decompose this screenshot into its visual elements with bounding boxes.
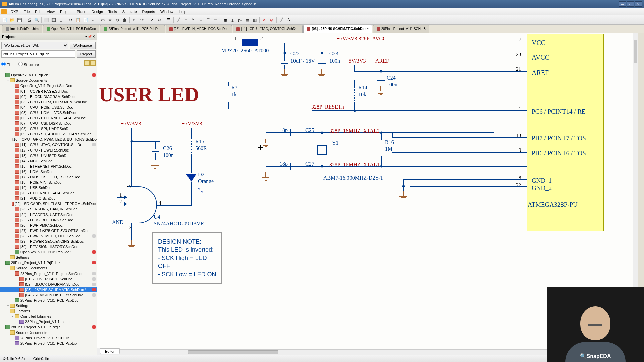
maximize-button[interactable]: ▭ xyxy=(627,1,634,7)
project-tree[interactable]: -OpenRex_V1I1.PrjPcb *-Source DocumentsO… xyxy=(0,72,97,347)
preview-icon[interactable]: 🔍 xyxy=(33,17,40,23)
tree-item[interactable]: [07] - CPU - CSI, DISP.SchDoc xyxy=(0,121,97,126)
menu-window[interactable]: Window xyxy=(158,9,176,14)
deselect-icon[interactable]: ⊘ xyxy=(114,17,121,23)
compile-icon[interactable]: ⚙ xyxy=(156,17,162,23)
print-icon[interactable]: 🖨 xyxy=(26,17,33,23)
menu-design[interactable]: Design xyxy=(89,9,106,14)
tree-item[interactable]: [12] - CPU - POWER.SchDoc xyxy=(0,147,97,153)
menu-tools[interactable]: Tools xyxy=(106,9,120,14)
tree-item[interactable]: 28Pins_Project_V1I1.SCHLIB xyxy=(0,335,97,341)
undo-icon[interactable]: ↶ xyxy=(131,17,138,23)
text-icon[interactable]: A xyxy=(285,17,292,23)
copy-icon[interactable]: 📋 xyxy=(75,17,82,23)
tree-item[interactable]: -Source Documents xyxy=(0,78,97,83)
tree-item[interactable]: 28Pins_Project_V1I1_PCB.PcbDoc xyxy=(0,298,97,303)
cut-icon[interactable]: ✂ xyxy=(67,17,74,23)
net-icon[interactable]: ᴺ xyxy=(190,17,197,23)
workspace-select[interactable]: Workspace1.DsnWrk xyxy=(1,42,68,49)
tree-item[interactable]: [13] - CPU - UNUSED.SchDoc xyxy=(0,153,97,158)
tree-item[interactable]: [30] - REVISION HISTORY.SchDoc xyxy=(0,244,97,249)
zoom-select-icon[interactable]: ◻ xyxy=(58,17,64,23)
tree-item[interactable]: -Compiled Libraries xyxy=(0,314,97,319)
wire-icon[interactable]: ╱ xyxy=(175,17,182,23)
tree-item[interactable]: [11] - CPU - JTAG, CONTROL.SchDoc xyxy=(0,142,97,147)
tree-item[interactable]: [03] - 28PINS SCHEMATIC.SchDoc * xyxy=(0,287,97,292)
tree-item[interactable]: [06] - CPU - ETHERNET, SATA.SchDoc xyxy=(0,115,97,121)
menu-reports[interactable]: Reports xyxy=(140,9,158,14)
tree-item[interactable]: [22] - SD CARD, SPI, FLASH, EEPROM..SchD… xyxy=(0,201,97,206)
tree-item[interactable]: [15] - ETHERNET PHY.SchDoc xyxy=(0,164,97,169)
menu-place[interactable]: Place xyxy=(74,9,89,14)
noerc-icon[interactable]: ✕ xyxy=(261,17,268,23)
tree-item[interactable]: [20] - ETHERNET, SATA.SchDoc xyxy=(0,190,97,196)
menu-file[interactable]: File xyxy=(21,9,33,14)
panel-pin-icon[interactable]: 📌 xyxy=(88,35,92,38)
doc-tab[interactable]: imxbb.PcbDoc.htm xyxy=(2,25,42,33)
clear-icon[interactable]: 🗑 xyxy=(121,17,128,23)
tree-item[interactable]: 28Pins_Project_V1I1 Project.SchDoc xyxy=(0,271,97,276)
tree-item[interactable]: [02] - BLOCK DIAGRAM.SchDoc xyxy=(0,282,97,287)
tree-item[interactable]: [01] - COVER PAGE.SchDoc xyxy=(0,276,97,282)
tree-item[interactable]: [24] - HEADERS, UART.SchDoc xyxy=(0,212,97,217)
zoom-fit-icon[interactable]: ⬜ xyxy=(43,17,50,23)
tree-item[interactable]: OpenRex_V1I1_PCB.PcbDoc * xyxy=(0,249,97,255)
minimize-button[interactable]: — xyxy=(619,1,626,7)
doc-tab[interactable]: 28Pins_Project_V1I1_PCB.PcbDoc xyxy=(100,25,165,33)
close-button[interactable]: ✕ xyxy=(635,1,642,7)
editor-tab[interactable]: Editor xyxy=(100,348,120,354)
menu-edit[interactable]: Edit xyxy=(32,9,44,14)
tree-item[interactable]: -Source Documents xyxy=(0,265,97,271)
paste-icon[interactable]: 📄 xyxy=(82,17,89,23)
tree-item[interactable]: [28] - PWR IN, MECH, DOC.SchDoc xyxy=(0,233,97,239)
tree-item[interactable]: [04] - REVISION HISTORY.SchDoc xyxy=(0,292,97,298)
project-button[interactable]: Project xyxy=(77,50,96,58)
menu-simulate[interactable]: Simulate xyxy=(120,9,140,14)
tree-item[interactable]: -28Pins_Project_V1I1.LibPkg * xyxy=(0,324,97,330)
doc-tab[interactable]: [03] - 28PINS SCHEMATIC.SchDoc * xyxy=(303,25,372,33)
harness-icon[interactable]: ▤ xyxy=(244,17,251,23)
tree-item[interactable]: [25] - LEDS, BUTTONS.SchDoc xyxy=(0,217,97,223)
line-icon[interactable]: ╱ xyxy=(278,17,285,23)
rubber-icon[interactable]: ▫ xyxy=(90,17,96,23)
tree-item[interactable]: -Source Documents xyxy=(0,330,97,335)
panel-dropdown-icon[interactable]: ▾ xyxy=(85,35,87,38)
doc-tab[interactable]: [28] - PWR IN, MECH, DOC.SchDoc xyxy=(166,25,232,33)
bus-icon[interactable]: ≡ xyxy=(182,17,189,23)
tree-item[interactable]: [27] - PWR 1V375 OPT, 3V3 OPT.SchDoc xyxy=(0,228,97,233)
tree-item[interactable]: [09] - CPU - SD, AUDIO, I2C, CAN.SchDoc xyxy=(0,131,97,137)
tree-item[interactable]: [14] - MCU.SchDoc xyxy=(0,158,97,164)
sheetentry-icon[interactable]: ◫ xyxy=(229,17,236,23)
project-input[interactable] xyxy=(1,50,75,58)
tree-item[interactable]: [21] - AUDIO.SchDoc xyxy=(0,196,97,201)
tree-item[interactable]: [04] - CPU - PCIE, USB.SchDoc xyxy=(0,105,97,110)
tree-item[interactable]: [01] - COVER PAGE.SchDoc xyxy=(0,88,97,94)
new-icon[interactable]: 📄 xyxy=(1,17,8,23)
open-icon[interactable]: 📂 xyxy=(9,17,15,23)
move-icon[interactable]: ✥ xyxy=(107,17,113,23)
hierarchy-icon[interactable]: ☰ xyxy=(165,17,172,23)
port-icon[interactable]: ▷ xyxy=(236,17,243,23)
tree-item[interactable]: [08] - CPU - SPI, UART.SchDoc xyxy=(0,126,97,131)
gnd-icon[interactable]: ⏚ xyxy=(197,17,204,23)
tree-opt2-icon[interactable] xyxy=(90,60,96,66)
redo-icon[interactable]: ↷ xyxy=(139,17,145,23)
menu-project[interactable]: Project xyxy=(57,9,74,14)
doc-tab[interactable]: OpenRex_V1I1_PCB.PcbDoc xyxy=(43,25,99,33)
workspace-button[interactable]: Workspace xyxy=(70,42,96,49)
panel-close-icon[interactable]: ✕ xyxy=(92,35,95,38)
tree-item[interactable]: +Settings xyxy=(0,303,97,308)
tree-item[interactable]: [26] - PWR PMIC.SchDoc xyxy=(0,223,97,228)
tree-item[interactable]: +Settings xyxy=(0,255,97,260)
tree-item[interactable]: [05] - CPU - HDMI, LVDS.SchDoc xyxy=(0,110,97,115)
tree-item[interactable]: -OpenRex_V1I1.PrjPcb * xyxy=(0,72,97,78)
menu-help[interactable]: Help xyxy=(176,9,189,14)
tree-item[interactable]: -Libraries xyxy=(0,308,97,314)
structure-radio[interactable]: Structure xyxy=(18,60,39,69)
tree-item[interactable]: [16] - HDMI.SchDoc xyxy=(0,169,97,174)
tree-item[interactable]: [23] - SENSORS, CAN, IR.SchDoc xyxy=(0,206,97,212)
tree-item[interactable]: OpenRex_V1I1 Project.SchDoc xyxy=(0,83,97,88)
doc-tab[interactable]: 28Pins_Project_V1I1.SCHLIB xyxy=(373,25,429,33)
doc-tab[interactable]: [11] - CPU - JTAG, CONTROL.SchDoc xyxy=(233,25,303,33)
select-icon[interactable]: ▭ xyxy=(99,17,106,23)
